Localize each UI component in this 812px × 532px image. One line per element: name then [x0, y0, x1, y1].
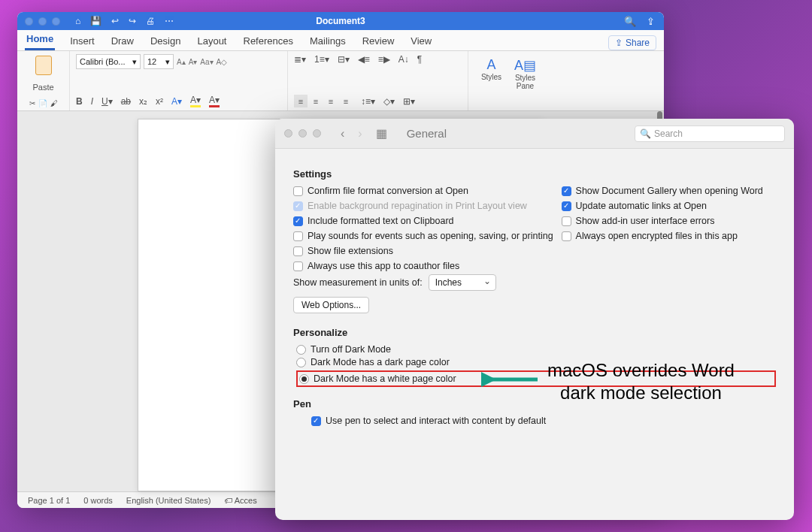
tab-review[interactable]: Review	[361, 32, 396, 50]
ribbon-tabs: Home Insert Draw Design Layout Reference…	[17, 30, 664, 51]
radio-2[interactable]	[299, 374, 309, 384]
traffic-lights[interactable]	[17, 17, 68, 26]
justify-icon[interactable]: ≡	[339, 95, 353, 107]
clear-format-icon[interactable]: A◇	[217, 58, 228, 66]
tab-draw[interactable]: Draw	[110, 32, 135, 50]
font-size-dropdown[interactable]: 12▾	[144, 54, 174, 69]
format-painter-icon[interactable]: 🖌	[50, 99, 58, 107]
checkbox-5[interactable]	[293, 261, 303, 271]
checkbox-4[interactable]	[293, 246, 303, 256]
units-select[interactable]: Inches	[429, 274, 496, 291]
text-effects-icon[interactable]: A▾	[171, 96, 182, 107]
align-left-icon[interactable]: ≡	[294, 95, 308, 107]
sort-icon[interactable]: A↓	[398, 54, 409, 65]
checkbox-r-0[interactable]	[562, 186, 571, 196]
font-color-icon[interactable]: A▾	[209, 95, 220, 107]
accessibility-status[interactable]: 🏷 Acces	[224, 496, 256, 505]
close-dot[interactable]	[25, 17, 33, 26]
checkbox-r-2[interactable]	[562, 216, 571, 226]
checkbox-label: Always use this app to coauthor files	[308, 261, 459, 271]
tab-view[interactable]: View	[409, 32, 433, 50]
cut-icon[interactable]: ✂	[29, 99, 35, 107]
share-label: Share	[626, 38, 650, 48]
checkbox-label: Show add-in user interface errors	[576, 216, 715, 226]
pen-checkbox[interactable]	[311, 416, 321, 426]
checkbox-r-1[interactable]	[562, 201, 571, 211]
radio-label: Turn off Dark Mode	[311, 344, 391, 355]
grow-font-icon[interactable]: A▴	[177, 58, 186, 66]
italic-icon[interactable]: I	[91, 96, 93, 107]
underline-icon[interactable]: U▾	[102, 96, 113, 107]
copy-icon[interactable]: 📄	[38, 99, 47, 107]
font-family-dropdown[interactable]: Calibri (Bo...▾	[76, 54, 141, 69]
shrink-font-icon[interactable]: A▾	[189, 58, 198, 66]
print-icon[interactable]: 🖨	[146, 16, 155, 26]
setting-row-right-2: Show add-in user interface errors	[562, 216, 776, 226]
checkbox-1	[293, 201, 303, 211]
search-icon[interactable]: 🔍	[624, 16, 636, 27]
back-icon[interactable]: ‹	[341, 127, 344, 141]
multilevel-icon[interactable]: ⊟▾	[338, 54, 350, 65]
home-icon[interactable]: ⌂	[75, 16, 80, 26]
align-center-icon[interactable]: ≡	[309, 95, 323, 107]
more-icon[interactable]: ⋯	[165, 16, 174, 26]
word-count[interactable]: 0 words	[83, 496, 113, 505]
tab-design[interactable]: Design	[149, 32, 182, 50]
align-right-icon[interactable]: ≡	[324, 95, 338, 107]
show-all-icon[interactable]: ▦	[376, 126, 387, 141]
dark-mode-radio-0[interactable]: Turn off Dark Mode	[296, 344, 776, 355]
radio-0[interactable]	[296, 345, 306, 355]
prefs-titlebar: ‹ › ▦ General 🔍 Search	[275, 119, 794, 149]
share-icon[interactable]: ⇪	[647, 16, 655, 27]
change-case-icon[interactable]: Aa▾	[200, 58, 213, 66]
borders-icon[interactable]: ⊞▾	[403, 96, 415, 107]
setting-row-left-5: Always use this app to coauthor files	[293, 261, 559, 271]
setting-row-left-4: Show file extensions	[293, 246, 559, 256]
checkbox-label: Show file extensions	[308, 246, 393, 256]
search-icon: 🔍	[640, 128, 651, 139]
prefs-close-dot[interactable]	[284, 129, 292, 138]
save-icon[interactable]: 💾	[90, 16, 102, 26]
styles-button[interactable]: A Styles	[474, 54, 508, 107]
web-options-button[interactable]: Web Options...	[293, 297, 369, 313]
checkbox-2[interactable]	[293, 216, 303, 226]
checkbox-r-3[interactable]	[562, 231, 571, 241]
paste-label: Paste	[32, 83, 53, 92]
preferences-window: ‹ › ▦ General 🔍 Search Settings Confirm …	[275, 119, 794, 520]
strike-icon[interactable]: ab	[121, 96, 131, 107]
prefs-min-dot[interactable]	[298, 129, 307, 138]
language-status[interactable]: English (United States)	[126, 496, 211, 505]
min-dot[interactable]	[38, 17, 47, 26]
indent-icon[interactable]: ≡▶	[378, 54, 390, 65]
styles-pane-button[interactable]: A▤ Styles Pane	[508, 54, 542, 107]
undo-icon[interactable]: ↩︎	[111, 16, 119, 26]
redo-icon[interactable]: ↪︎	[129, 16, 136, 26]
zoom-dot[interactable]	[52, 17, 60, 26]
radio-1[interactable]	[296, 358, 306, 367]
bullets-icon[interactable]: ≣▾	[294, 54, 306, 65]
line-spacing-icon[interactable]: ↕≡▾	[361, 96, 375, 107]
tab-insert[interactable]: Insert	[68, 32, 96, 50]
paste-icon[interactable]	[35, 56, 52, 75]
setting-row-left-0: Confirm file format conversion at Open	[293, 186, 559, 196]
checkbox-3[interactable]	[293, 231, 303, 241]
checkbox-0[interactable]	[293, 186, 303, 196]
tab-mailings[interactable]: Mailings	[308, 32, 347, 50]
prefs-search[interactable]: 🔍 Search	[635, 125, 785, 142]
tab-references[interactable]: References	[242, 32, 295, 50]
share-button[interactable]: ⇪ Share	[608, 35, 656, 50]
prefs-zoom-dot[interactable]	[313, 129, 321, 138]
paragraph-mark-icon[interactable]: ¶	[417, 54, 422, 65]
bold-icon[interactable]: B	[76, 96, 83, 107]
tab-layout[interactable]: Layout	[195, 32, 228, 50]
subscript-icon[interactable]: x₂	[139, 96, 147, 107]
page-status[interactable]: Page 1 of 1	[28, 496, 70, 505]
highlight-icon[interactable]: A▾	[190, 95, 201, 107]
shading-icon[interactable]: ◇▾	[383, 96, 395, 107]
tab-home[interactable]: Home	[25, 30, 55, 50]
superscript-icon[interactable]: x²	[156, 96, 163, 107]
forward-icon[interactable]: ›	[358, 127, 362, 141]
dark-mode-radio-2[interactable]: Dark Mode has a white page color	[299, 373, 456, 384]
numbering-icon[interactable]: 1≡▾	[314, 54, 329, 65]
outdent-icon[interactable]: ◀≡	[358, 54, 370, 65]
